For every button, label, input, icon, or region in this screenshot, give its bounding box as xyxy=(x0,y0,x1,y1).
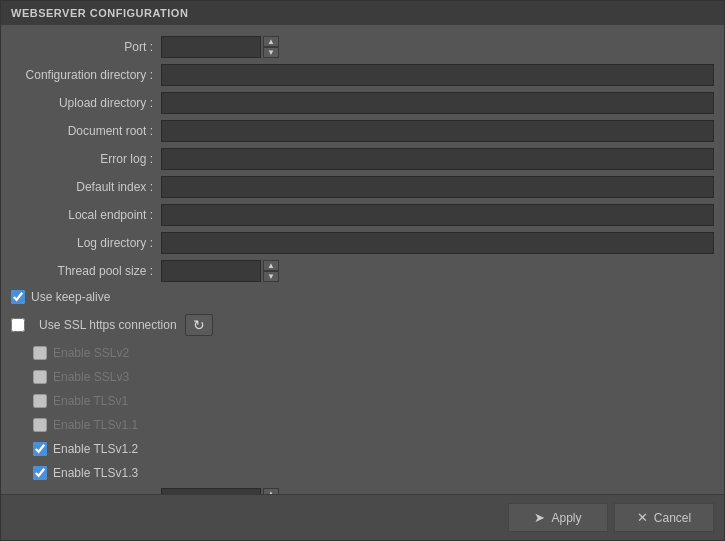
ssl-refresh-button[interactable]: ↻ xyxy=(185,314,213,336)
webserver-config-window: WEBSERVER CONFIGURATION Port : 19398 ▲ ▼… xyxy=(0,0,725,541)
tlsv1-3-checkbox[interactable] xyxy=(33,466,47,480)
use-ssl-checkbox[interactable] xyxy=(11,318,25,332)
error-log-label: Error log : xyxy=(11,152,161,166)
sslv2-row: Enable SSLv2 xyxy=(33,343,714,363)
log-dir-input[interactable]: C:\ProgramData\vizrt\Viz GH REST\logs\ xyxy=(161,232,714,254)
sslv3-checkbox[interactable] xyxy=(33,370,47,384)
error-log-row: Error log : C:\ProgramData\vizrt\Viz GH … xyxy=(11,147,714,171)
tlsv1-3-label[interactable]: Enable TLSv1.3 xyxy=(53,466,138,480)
upload-dir-row: Upload directory : C:\WINDOWS\TEMP\vizrt… xyxy=(11,91,714,115)
socket-timeout-row: Socket timeout (ms) : 30000 ▲ ▼ xyxy=(11,487,714,494)
tlsv1-2-label[interactable]: Enable TLSv1.2 xyxy=(53,442,138,456)
tlsv1-label: Enable TLSv1 xyxy=(53,394,128,408)
apply-icon: ➤ xyxy=(534,510,545,525)
default-index-row: Default index : index.* xyxy=(11,175,714,199)
upload-dir-input[interactable]: C:\WINDOWS\TEMP\vizrt\Viz GH REST\ xyxy=(161,92,714,114)
tlsv1-1-label: Enable TLSv1.1 xyxy=(53,418,138,432)
document-root-row: Document root : D:/dev/viz_ghrest/builds… xyxy=(11,119,714,143)
tlsv1-3-row: Enable TLSv1.3 xyxy=(33,463,714,483)
thread-pool-spin-up[interactable]: ▲ xyxy=(263,260,279,271)
port-input[interactable]: 19398 xyxy=(161,36,261,58)
tlsv1-2-checkbox[interactable] xyxy=(33,442,47,456)
port-spin-down[interactable]: ▼ xyxy=(263,47,279,58)
sslv2-label: Enable SSLv2 xyxy=(53,346,129,360)
keepalive-label[interactable]: Use keep-alive xyxy=(31,290,110,304)
default-index-input[interactable]: index.* xyxy=(161,176,714,198)
use-ssl-label[interactable]: Use SSL https connection xyxy=(39,318,177,332)
cancel-icon: ✕ xyxy=(637,510,648,525)
cancel-button[interactable]: ✕ Cancel xyxy=(614,503,714,532)
apply-button[interactable]: ➤ Apply xyxy=(508,503,608,532)
thread-pool-row: Thread pool size : 60 ▲ ▼ xyxy=(11,259,714,283)
tlsv1-2-row: Enable TLSv1.2 xyxy=(33,439,714,459)
footer: ➤ Apply ✕ Cancel xyxy=(1,494,724,540)
config-dir-input[interactable]: D:/dev/viz_ghrest/config/ghrest xyxy=(161,64,714,86)
thread-pool-label: Thread pool size : xyxy=(11,264,161,278)
sslv3-label: Enable SSLv3 xyxy=(53,370,129,384)
tlsv1-row: Enable TLSv1 xyxy=(33,391,714,411)
local-endpoint-label: Local endpoint : xyxy=(11,208,161,222)
keepalive-row: Use keep-alive xyxy=(11,287,714,307)
port-row: Port : 19398 ▲ ▼ xyxy=(11,35,714,59)
port-spinner-btns: ▲ ▼ xyxy=(263,36,279,58)
thread-pool-spinner-group: 60 ▲ ▼ xyxy=(161,260,279,282)
tlsv1-1-row: Enable TLSv1.1 xyxy=(33,415,714,435)
log-dir-row: Log directory : C:\ProgramData\vizrt\Viz… xyxy=(11,231,714,255)
port-spin-up[interactable]: ▲ xyxy=(263,36,279,47)
document-root-input[interactable]: D:/dev/viz_ghrest/builds/msvc_win64_v140… xyxy=(161,120,714,142)
document-root-label: Document root : xyxy=(11,124,161,138)
config-dir-row: Configuration directory : D:/dev/viz_ghr… xyxy=(11,63,714,87)
sslv3-row: Enable SSLv3 xyxy=(33,367,714,387)
port-label: Port : xyxy=(11,40,161,54)
sslv2-checkbox[interactable] xyxy=(33,346,47,360)
local-endpoint-row: Local endpoint : 0.0.0.0 xyxy=(11,203,714,227)
error-log-input[interactable]: C:\ProgramData\vizrt\Viz GH REST\logs\er… xyxy=(161,148,714,170)
thread-pool-spinner-btns: ▲ ▼ xyxy=(263,260,279,282)
upload-dir-label: Upload directory : xyxy=(11,96,161,110)
apply-label: Apply xyxy=(551,511,581,525)
config-dir-label: Configuration directory : xyxy=(11,68,161,82)
window-title: WEBSERVER CONFIGURATION xyxy=(11,7,188,19)
port-spinner-group: 19398 ▲ ▼ xyxy=(161,36,279,58)
default-index-label: Default index : xyxy=(11,180,161,194)
local-endpoint-input[interactable]: 0.0.0.0 xyxy=(161,204,714,226)
cancel-label: Cancel xyxy=(654,511,691,525)
tlsv1-1-checkbox[interactable] xyxy=(33,418,47,432)
log-dir-label: Log directory : xyxy=(11,236,161,250)
thread-pool-input[interactable]: 60 xyxy=(161,260,261,282)
thread-pool-spin-down[interactable]: ▼ xyxy=(263,271,279,282)
tlsv1-checkbox[interactable] xyxy=(33,394,47,408)
title-bar: WEBSERVER CONFIGURATION xyxy=(1,1,724,25)
config-content: Port : 19398 ▲ ▼ Configuration directory… xyxy=(1,25,724,494)
ssl-row: Use SSL https connection ↻ xyxy=(11,311,714,339)
keepalive-checkbox[interactable] xyxy=(11,290,25,304)
